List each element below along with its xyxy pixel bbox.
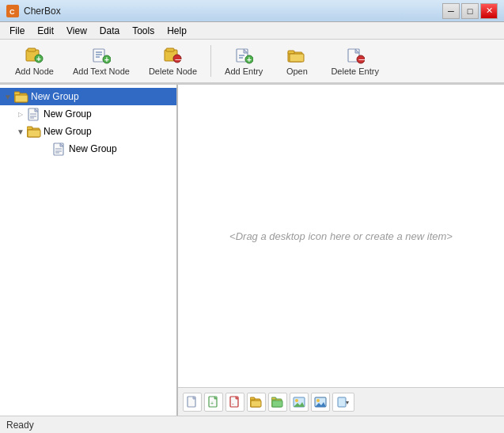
svg-point-60 <box>295 399 298 402</box>
rt-dropdown-btn[interactable] <box>332 393 354 412</box>
tree-label-2: New Group <box>44 108 92 120</box>
window-title: CherBox <box>24 6 442 17</box>
menu-bar: File Edit View Data Tools Help <box>0 22 504 40</box>
menu-data[interactable]: Data <box>93 24 126 38</box>
right-panel: <Drag a desktop icon here or create a ne… <box>178 85 504 416</box>
minimize-button[interactable]: ─ <box>442 3 460 19</box>
tree-expander-2[interactable]: ▷ <box>14 108 27 120</box>
svg-rect-38 <box>27 127 32 130</box>
open-icon <box>287 46 306 65</box>
svg-text:+: + <box>104 55 109 64</box>
svg-rect-31 <box>15 95 28 102</box>
rt-btn-2[interactable]: + <box>204 393 223 412</box>
svg-rect-57 <box>271 397 276 400</box>
svg-rect-58 <box>272 401 282 407</box>
delete-entry-button[interactable]: ─ Delete Entry <box>322 42 388 80</box>
delete-node-button[interactable]: ─ Delete Node <box>140 42 206 80</box>
rt-btn-4[interactable] <box>247 393 266 412</box>
svg-rect-3 <box>28 48 36 51</box>
tree-item-1[interactable]: ▼ New Group <box>0 88 176 105</box>
status-text: Ready <box>6 420 34 431</box>
add-node-icon: + <box>25 46 44 65</box>
open-label: Open <box>286 66 308 76</box>
svg-text:─: ─ <box>358 54 365 65</box>
tree-item-4[interactable]: · New Group <box>0 140 176 158</box>
folder-open-icon-1 <box>14 89 28 104</box>
svg-rect-39 <box>28 130 40 137</box>
menu-view[interactable]: View <box>60 24 93 38</box>
add-text-node-icon: + <box>92 46 111 65</box>
maximize-button[interactable]: □ <box>461 3 479 19</box>
delete-node-label: Delete Node <box>149 66 197 76</box>
tree-expander-1[interactable]: ▼ <box>2 90 14 103</box>
tree-item-2[interactable]: ▷ New Group <box>0 105 176 123</box>
svg-text:+: + <box>210 401 214 406</box>
right-content-placeholder: <Drag a desktop icon here or create a ne… <box>178 85 504 387</box>
doc-icon-4 <box>52 142 66 156</box>
open-button[interactable]: Open <box>273 42 320 80</box>
add-entry-icon: + <box>234 46 253 65</box>
svg-marker-66 <box>346 401 349 405</box>
tree-label-3: New Group <box>44 126 92 137</box>
menu-edit[interactable]: Edit <box>31 24 60 38</box>
rt-btn-6[interactable] <box>290 393 309 412</box>
add-entry-button[interactable]: + Add Entry <box>216 42 271 80</box>
svg-rect-30 <box>14 92 20 95</box>
main-area: ▼ New Group ▷ <box>0 84 504 416</box>
tree-panel: ▼ New Group ▷ <box>0 85 178 416</box>
tree-label-1: New Group <box>31 91 79 102</box>
folder-icon-3 <box>27 124 41 139</box>
tree-label-4: New Group <box>69 143 117 154</box>
add-text-node-button[interactable]: + Add Text Node <box>64 42 138 80</box>
delete-entry-label: Delete Entry <box>331 66 379 76</box>
window-controls: ─ □ ✕ <box>442 3 498 19</box>
rt-btn-7[interactable] <box>311 393 330 412</box>
right-toolbar: + - <box>178 387 504 416</box>
svg-rect-65 <box>338 397 346 407</box>
svg-point-63 <box>316 399 320 402</box>
tree-expander-4: · <box>40 142 52 155</box>
status-bar: Ready <box>0 416 504 433</box>
svg-text:─: ─ <box>175 54 183 65</box>
add-node-button[interactable]: + Add Node <box>6 42 63 80</box>
rt-btn-1[interactable] <box>183 393 202 412</box>
rt-btn-5[interactable] <box>268 393 287 412</box>
menu-tools[interactable]: Tools <box>126 24 161 38</box>
toolbar-separator <box>210 45 211 77</box>
toolbar: + Add Node + Add Text Node ─ <box>0 40 504 84</box>
svg-rect-13 <box>166 48 174 51</box>
close-button[interactable]: ✕ <box>480 3 498 19</box>
add-node-label: Add Node <box>15 66 54 76</box>
rt-btn-3[interactable]: - <box>225 393 244 412</box>
svg-rect-55 <box>251 401 261 407</box>
delete-node-icon: ─ <box>163 46 182 65</box>
tree-expander-3[interactable]: ▼ <box>14 125 27 138</box>
title-bar: C CherBox ─ □ ✕ <box>0 0 504 22</box>
add-entry-label: Add Entry <box>225 66 263 76</box>
add-text-node-label: Add Text Node <box>73 66 130 76</box>
svg-rect-23 <box>288 51 294 54</box>
svg-text:+: + <box>36 55 41 63</box>
doc-icon-2 <box>27 107 41 121</box>
svg-text:+: + <box>247 55 252 64</box>
placeholder-text: <Drag a desktop icon here or create a ne… <box>229 230 453 242</box>
app-icon: C <box>6 5 19 17</box>
svg-rect-54 <box>250 397 255 400</box>
svg-rect-24 <box>290 54 304 62</box>
menu-file[interactable]: File <box>3 24 31 38</box>
delete-entry-icon: ─ <box>346 46 365 65</box>
tree-item-3[interactable]: ▼ New Group <box>0 123 176 140</box>
menu-help[interactable]: Help <box>161 24 193 38</box>
svg-text:C: C <box>9 8 15 16</box>
svg-text:-: - <box>232 400 234 407</box>
